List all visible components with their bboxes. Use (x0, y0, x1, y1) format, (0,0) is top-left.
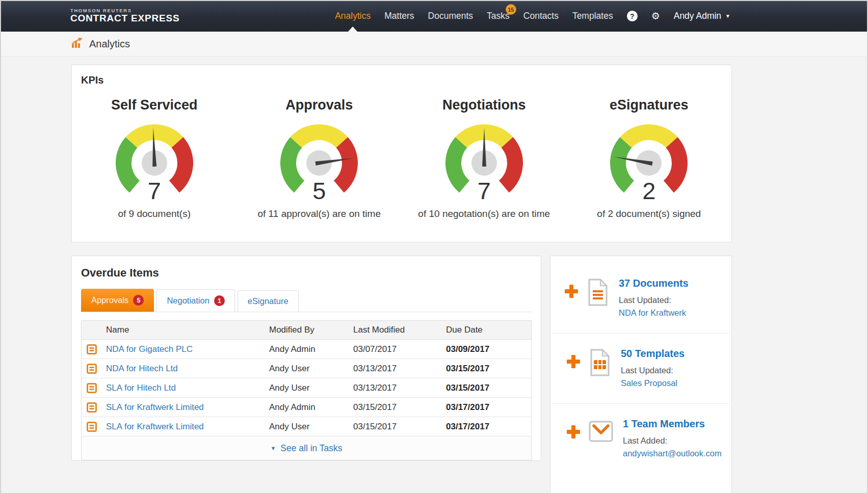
tab-negotiation[interactable]: Negotiation 1 (156, 289, 234, 312)
see-all-in-tasks-link[interactable]: See all in Tasks (280, 443, 342, 454)
last-modified-cell: 03/13/2017 (353, 383, 446, 393)
nav-item-analytics[interactable]: Analytics (335, 1, 371, 31)
summary-sub-label: Last Updated: (619, 295, 689, 305)
summary-count-link[interactable]: 1 Team Members (623, 418, 722, 430)
nav-item-templates[interactable]: Templates (572, 1, 613, 31)
summary-item: 37 Documents Last Updated: NDA for Kraft… (550, 263, 731, 333)
document-icon (82, 402, 106, 413)
tab-count-badge: 5 (133, 295, 144, 306)
nav-item-contacts[interactable]: Contacts (523, 1, 559, 31)
chevron-down-icon: ▼ (725, 13, 730, 19)
gauge-value: 5 (237, 178, 402, 203)
gauge-value: 7 (402, 178, 567, 203)
modified-by-cell: Andy User (269, 422, 353, 432)
col-header-modified-by: Modified By (269, 325, 353, 335)
document-icon (82, 422, 106, 432)
tab-label: Approvals (91, 295, 128, 305)
summary-panel: 37 Documents Last Updated: NDA for Kraft… (550, 256, 732, 494)
kpi-gauge-esignatures: eSignatures 2 of 2 document(s) signed (567, 91, 732, 219)
gauge-caption: of 2 document(s) signed (567, 208, 732, 219)
help-icon: ? (627, 11, 638, 21)
brand-logo[interactable]: THOMSON REUTERS CONTRACT EXPRESS (70, 8, 179, 24)
summary-item: 1 Team Members Last Added: andywishart@o… (553, 403, 729, 474)
help-button[interactable]: ? (627, 11, 638, 21)
modified-by-cell: Andy User (269, 383, 353, 393)
document-lines-icon (586, 279, 610, 318)
nav-item-label: Templates (572, 11, 613, 21)
gauge-value: 2 (567, 178, 732, 203)
table-row: NDA for Hitech Ltd Andy User 03/13/2017 … (82, 359, 531, 378)
last-modified-cell: 03/15/2017 (353, 402, 446, 413)
tab-label: Negotiation (167, 296, 209, 306)
table-row: NDA for Gigatech PLC Andy Admin 03/07/20… (82, 340, 531, 359)
summary-count-link[interactable]: 37 Documents (619, 278, 689, 289)
user-menu[interactable]: Andy Admin ▼ (674, 11, 730, 21)
user-name: Andy Admin (674, 11, 721, 21)
nav-item-matters[interactable]: Matters (384, 1, 414, 31)
last-modified-cell: 03/07/2017 (353, 344, 446, 354)
nav-item-documents[interactable]: Documents (428, 1, 474, 31)
add-icon[interactable] (566, 354, 581, 388)
gauge-row: Self Serviced 7 of 9 document(s) Approva… (72, 91, 731, 219)
due-date-cell: 03/09/2017 (446, 344, 531, 354)
caret-down-icon: ▼ (270, 445, 276, 451)
due-date-cell: 03/15/2017 (446, 383, 531, 393)
summary-item: 50 Templates Last Updated: Sales Proposa… (553, 333, 729, 403)
app-window: THOMSON REUTERS CONTRACT EXPRESS Analyti… (0, 0, 868, 494)
gauge-value: 7 (72, 178, 237, 203)
document-icon (82, 383, 106, 393)
gauge-caption: of 9 document(s) (72, 208, 237, 219)
col-header-name: Name (106, 325, 269, 335)
add-icon[interactable] (564, 284, 579, 318)
tab-count-badge: 1 (214, 295, 225, 306)
gauge-title: Negotiations (402, 97, 567, 113)
table-row: SLA for Kraftwerk Limited Andy Admin 03/… (82, 398, 531, 417)
summary-count-link[interactable]: 50 Templates (621, 348, 685, 360)
summary-sub-label: Last Added: (623, 436, 722, 446)
document-name-link[interactable]: SLA for Kraftwerk Limited (106, 402, 269, 413)
col-header-due-date: Due Date (446, 325, 531, 335)
summary-latest-link[interactable]: andywishart@outlook.com (623, 449, 722, 458)
nav-item-label: Contacts (523, 11, 559, 21)
gauge-title: Approvals (237, 97, 402, 113)
modified-by-cell: Andy Admin (269, 344, 353, 354)
template-grid-icon (588, 349, 612, 388)
gear-icon: ⚙ (651, 10, 660, 22)
analytics-icon (71, 37, 84, 50)
table-row: SLA for Hitech Ltd Andy User 03/13/2017 … (82, 378, 531, 398)
nav-item-label: Documents (428, 11, 474, 21)
overdue-tabs: Approvals 5 Negotiation 1 eSignature (81, 289, 532, 312)
kpi-gauge-approvals: Approvals 5 of 11 approval(s) are on tim… (237, 91, 402, 219)
table-row: SLA for Kraftwerk Limited Andy User 03/1… (82, 417, 531, 436)
table-body: NDA for Gigatech PLC Andy Admin 03/07/20… (82, 340, 531, 436)
summary-latest-link[interactable]: Sales Proposal (621, 378, 685, 388)
settings-button[interactable]: ⚙ (651, 10, 660, 22)
tab-esignature[interactable]: eSignature (238, 290, 299, 312)
document-icon (82, 344, 106, 354)
due-date-cell: 03/17/2017 (446, 422, 531, 432)
table-header: Name Modified By Last Modified Due Date (82, 321, 531, 340)
add-icon[interactable] (566, 424, 581, 458)
tasks-count-badge: 15 (506, 4, 516, 15)
document-name-link[interactable]: NDA for Hitech Ltd (106, 364, 269, 374)
nav-menu: Analytics Matters Documents 15 Tasks Con… (335, 1, 730, 31)
kpi-gauge-self-serviced: Self Serviced 7 of 9 document(s) (72, 91, 237, 219)
overdue-table: Name Modified By Last Modified Due Date … (81, 320, 532, 460)
due-date-cell: 03/15/2017 (446, 364, 531, 374)
table-footer: ▼ See all in Tasks (82, 436, 531, 460)
modified-by-cell: Andy Admin (269, 402, 353, 413)
due-date-cell: 03/17/2017 (446, 402, 531, 413)
page-title: Analytics (89, 38, 130, 50)
document-name-link[interactable]: NDA for Gigatech PLC (106, 344, 269, 354)
document-name-link[interactable]: SLA for Kraftwerk Limited (106, 422, 269, 432)
gauge-title: Self Serviced (72, 97, 237, 113)
tab-approvals[interactable]: Approvals 5 (81, 289, 154, 312)
summary-latest-link[interactable]: NDA for Kraftwerk (619, 308, 689, 318)
gauge-caption: of 11 approval(s) are on time (237, 208, 402, 219)
envelope-icon (588, 419, 614, 458)
document-name-link[interactable]: SLA for Hitech Ltd (106, 383, 269, 393)
kpi-panel: KPIs Self Serviced 7 of 9 document(s) Ap… (71, 65, 732, 242)
nav-item-tasks[interactable]: 15 Tasks (487, 1, 510, 31)
main-content: KPIs Self Serviced 7 of 9 document(s) Ap… (71, 65, 732, 494)
top-navbar: THOMSON REUTERS CONTRACT EXPRESS Analyti… (1, 1, 867, 32)
